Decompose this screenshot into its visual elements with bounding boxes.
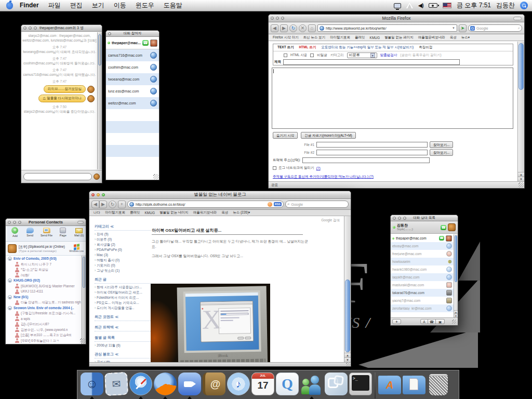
scroll-up-arrow[interactable]: ▲	[518, 172, 524, 177]
bookmark-item[interactable]: 별볼일 없는 네이지	[159, 210, 189, 215]
minimize-button[interactable]	[398, 217, 401, 220]
spotlight-icon[interactable]	[520, 2, 528, 9]
dock-ichat[interactable]	[178, 373, 201, 398]
participant-row[interactable]: coolhim@mac.com	[106, 61, 159, 73]
file1-input[interactable]	[316, 142, 428, 148]
toolbar-toggle-widget[interactable]	[513, 17, 522, 20]
zoom-button[interactable]	[18, 221, 21, 224]
bookmark-item[interactable]: 클레잇	[130, 210, 140, 215]
reload-button[interactable]: ↻	[289, 24, 297, 32]
close-button[interactable]	[23, 26, 26, 30]
scroll-up-arrow[interactable]: ▲	[454, 310, 458, 314]
send-file-button[interactable]: Send File	[39, 227, 54, 237]
buddy-row[interactable]: hwank1980@mac.com	[391, 265, 454, 273]
buddy-row[interactable]: yaong7@mac.com	[391, 297, 454, 304]
category-select[interactable]: 비분류 ▼	[347, 52, 377, 58]
mail-button[interactable]: Mail (0)	[72, 227, 86, 237]
contact-row[interactable]: 취이 니치이 니주구 7	[8, 262, 82, 268]
buddy-scrollbar[interactable]: ▲ ▼	[454, 234, 458, 317]
bookmark-item[interactable]: KMUG	[145, 211, 155, 215]
recent-post-link[interactable]: 드디어 게시판들을 연동..	[95, 305, 151, 311]
category-link[interactable]: 회사생활 (2)	[95, 242, 151, 247]
contact-row[interactable]: 김[니]무띠리시사8?	[8, 322, 82, 327]
contact-row[interactable]: [SUKWOO] JUG액장 Master Planner	[8, 284, 82, 289]
participants-titlebar[interactable]: 대화 참여자	[106, 31, 159, 37]
buddy-scrollbar-thumb[interactable]	[455, 235, 457, 282]
buddy-row[interactable]: iagokfr@mac.com	[391, 273, 454, 281]
participant-row[interactable]: weitzz@mac.com	[106, 97, 159, 109]
network-help-link[interactable]: (?)	[316, 166, 321, 170]
me-status-message[interactable]: (Type a personal message)	[19, 249, 67, 252]
bookmark-item[interactable]: 뉴스 (226)▾	[233, 210, 250, 215]
dock-quicktime[interactable]: Q	[276, 373, 299, 398]
contact-row[interactable]: [무&V] 6주워늘없다ㅣ그ㅋ	[8, 338, 82, 344]
me-avatar[interactable]	[8, 244, 17, 253]
search-field[interactable]: G Google ⌕	[468, 24, 522, 32]
recent-post-link[interactable]: 아이북 OSX밀어버리고 새로...	[95, 290, 151, 295]
secret-checkbox[interactable]	[310, 54, 314, 57]
safari-titlebar[interactable]: 별볼일 없는 네이버 블로그	[89, 191, 351, 199]
scroll-up-arrow[interactable]: ▲	[344, 353, 351, 357]
tab-extended[interactable]: 확장피점	[419, 45, 432, 50]
video-chat-button[interactable]: ▣	[436, 319, 445, 324]
menu-help[interactable]: 도움말	[159, 0, 187, 11]
bookmark-item[interactable]: 옥션	[221, 210, 228, 215]
close-button[interactable]	[393, 217, 396, 220]
participant-row[interactable]: lunz.ess@mac.com	[106, 85, 159, 97]
firefox-scrollbar-thumb[interactable]	[518, 43, 524, 90]
minimize-button[interactable]	[13, 221, 16, 224]
file1-browse-button[interactable]: 찾아보기...	[430, 141, 453, 148]
search-magnifier-icon[interactable]: ⌕	[518, 26, 520, 30]
contact-group-header[interactable]: ▼Seowon Univ. Eniv of comedu 2004 (..	[8, 305, 82, 311]
zoom-button[interactable]	[403, 217, 406, 220]
address-field[interactable]: http://stpik.dothome.co.kr/blog/ RSS	[127, 201, 284, 208]
me-avatar[interactable]	[448, 223, 456, 231]
buddy-me-row[interactable]: 김동찬 Stpik(ㅡㅡ;) ☎	[391, 221, 458, 234]
url-field[interactable]: http://www.stpikworld.pe.kr/blog/write/ …	[317, 24, 457, 32]
contact-row[interactable]: [요즘] 부퍼310 ㅡㅡ즉 2그 인습4며	[8, 332, 82, 338]
menu-go[interactable]: 이동	[109, 0, 131, 11]
bookmark-item[interactable]: 옥션	[450, 35, 457, 40]
msn-me-row[interactable]: [조우] (Stpikworld.pe.kr (Online) (Type a …	[6, 242, 86, 256]
dock-applications-folder[interactable]: A	[378, 373, 401, 398]
menu-view[interactable]: 보기	[87, 0, 109, 11]
trackback-input[interactable]	[302, 157, 430, 163]
recent-post-link[interactable]: 현재 시디라루 사용중입니다...	[95, 285, 151, 290]
subscribe-link[interactable]: 주제별 구독으로 통신에 추가하기(클릭하면 메뉴가 나타납니다.) (?)	[273, 175, 374, 179]
zoom-button[interactable]	[102, 193, 105, 196]
buddy-row[interactable]: ebosy@mac.com	[391, 242, 454, 250]
buddy-row[interactable]: howtouseim⚉	[391, 258, 454, 265]
recent-post-link[interactable]: PS모드... 이제는 기억속으...	[95, 300, 151, 305]
audio-chat-icon[interactable]: ☎	[441, 225, 446, 230]
add-buddy-button[interactable]: +	[392, 319, 401, 324]
contact-row[interactable]: /제현/	[8, 273, 82, 278]
menu-file[interactable]: 파일	[44, 0, 65, 11]
scroll-down-arrow[interactable]: ▼	[518, 177, 524, 181]
menu-app-name[interactable]: Finder	[15, 0, 44, 11]
category-link[interactable]: 여행지 출사 (0)	[95, 258, 151, 263]
reload-button[interactable]: ↻	[109, 201, 116, 208]
more-cut-button[interactable]: 긴글 자르기(more이하)(ALT+M)	[301, 132, 355, 139]
menu-edit[interactable]: 편집	[65, 0, 87, 11]
close-button[interactable]	[271, 17, 274, 20]
category-link[interactable]: Mac (3)	[95, 252, 151, 258]
file2-input[interactable]	[316, 150, 428, 155]
minimize-button[interactable]	[276, 17, 279, 20]
bookmark-item[interactable]: 하이텔기호회	[105, 210, 125, 215]
month-link[interactable]: 2006년 11월 (6)	[95, 343, 151, 348]
bookmark-item[interactable]: 애플웹문베보네라	[418, 35, 445, 40]
dock-terminal[interactable]: >_	[349, 373, 372, 398]
chat-titlebar[interactable]: thepaper@mac.com외 3 명	[21, 25, 102, 32]
dock-firefox[interactable]	[154, 373, 177, 398]
dock-msn-messenger[interactable]	[300, 373, 323, 398]
bookmark-item[interactable]: 나다	[94, 210, 100, 215]
safari-scrollbar-thumb[interactable]	[345, 280, 350, 352]
safari-scrollbar[interactable]: ▲ ▼	[344, 216, 351, 362]
menu-clock[interactable]: 금 오후 7:51	[457, 1, 491, 10]
home-button[interactable]: ⌂	[308, 24, 316, 32]
contact-row[interactable]: 다들 안녕히... 제갈노릇.. 가 sadness nigh	[8, 300, 82, 305]
url-dropdown-icon[interactable]: ▼	[452, 26, 455, 30]
category-link[interactable]: 기웃거리 (0)	[95, 263, 151, 268]
go-button[interactable]: ➤	[459, 24, 467, 32]
zoom-button[interactable]	[281, 17, 284, 20]
